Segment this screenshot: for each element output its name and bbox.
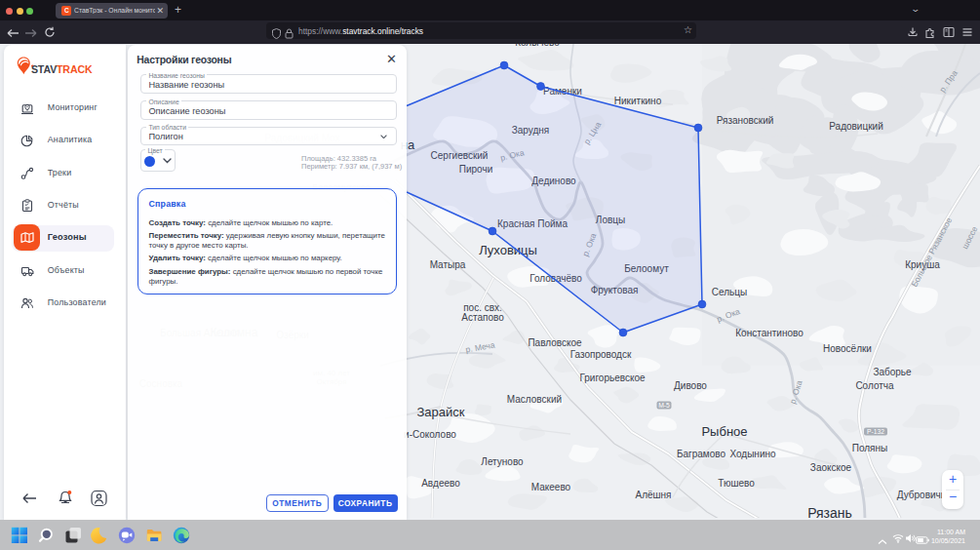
svg-text:Солотча: Солотча (855, 380, 894, 391)
svg-text:Колычево: Колычево (515, 44, 560, 48)
svg-text:Дивово: Дивово (674, 380, 707, 391)
svg-text:М-5: М-5 (658, 402, 670, 409)
svg-text:Заборье: Заборье (873, 367, 912, 377)
svg-text:Дубровичи: Дубровичи (897, 490, 947, 500)
svg-text:Алёшня: Алёшня (635, 490, 671, 500)
svg-text:Зарайск: Зарайск (417, 405, 465, 419)
svg-text:Рязань: Рязань (807, 505, 852, 518)
svg-text:Р-132: Р-132 (867, 428, 884, 435)
svg-text:TRACK: TRACK (57, 63, 93, 75)
svg-text:и-Соколово: и-Соколово (404, 429, 456, 440)
svg-text:Григорьевское: Григорьевское (579, 373, 646, 383)
svg-text:Ходынино: Ходынино (729, 449, 776, 459)
svg-text:Поляны: Поляны (852, 443, 888, 453)
svg-text:Рязановский: Рязановский (717, 115, 774, 126)
svg-text:Астапово: Астапово (461, 312, 504, 323)
svg-text:Павловское: Павловское (528, 337, 582, 348)
svg-text:Масловский: Масловский (507, 394, 562, 405)
svg-text:Новосёлки: Новосёлки (823, 343, 872, 354)
svg-text:Макеево: Макеево (531, 482, 571, 492)
svg-text:Рыбное: Рыбное (701, 424, 747, 439)
svg-text:Константиново: Константиново (735, 328, 804, 338)
svg-text:Заокское: Заокское (810, 462, 852, 473)
svg-text:Матыра: Матыра (430, 259, 466, 270)
svg-text:Сельцы: Сельцы (712, 287, 747, 297)
svg-text:Тюшево: Тюшево (718, 478, 755, 489)
svg-text:Авдеево: Авдеево (421, 478, 460, 489)
svg-text:Никиткино: Никиткино (614, 96, 662, 106)
svg-text:Газопроводск: Газопроводск (570, 349, 632, 360)
svg-text:STAV: STAV (30, 63, 56, 75)
svg-text:Летуново: Летуново (481, 456, 524, 467)
svg-text:Радовицкий: Радовицкий (829, 121, 882, 132)
svg-text:Баграмово: Баграмово (677, 449, 726, 459)
